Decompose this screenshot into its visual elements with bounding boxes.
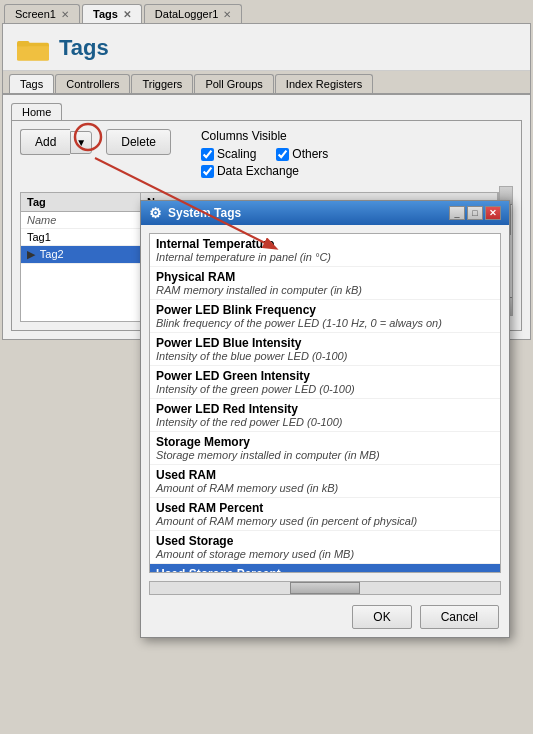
add-dropdown-button[interactable]: ▼ <box>70 131 92 154</box>
others-checkbox-label[interactable]: Others <box>276 147 328 161</box>
dialog-minimize-button[interactable]: _ <box>449 206 465 220</box>
list-item[interactable]: Used RAM Percent Amount of RAM memory us… <box>150 498 500 531</box>
list-item-name: Power LED Red Intensity <box>156 402 494 416</box>
list-item-selected[interactable]: Used Storage Percent Amount of storage m… <box>150 564 500 573</box>
list-item-desc: Intensity of the blue power LED (0-100) <box>156 350 494 362</box>
scaling-checkbox-label[interactable]: Scaling <box>201 147 256 161</box>
scaling-checkbox[interactable] <box>201 148 214 161</box>
list-item-name: Used Storage <box>156 534 494 548</box>
list-item[interactable]: Internal Temperature Internal temperatur… <box>150 234 500 267</box>
list-item-desc: Intensity of the green power LED (0-100) <box>156 383 494 395</box>
tab-screen1-label: Screen1 <box>15 8 56 20</box>
dataexchange-checkbox[interactable] <box>201 165 214 178</box>
list-item-desc: Intensity of the red power LED (0-100) <box>156 416 494 428</box>
list-item-name: Used Storage Percent <box>156 567 494 573</box>
dialog-titlebar: ⚙ System Tags _ □ ✕ <box>141 201 509 225</box>
list-item-desc: RAM memory installed in computer (in kB) <box>156 284 494 296</box>
list-item-name: Used RAM Percent <box>156 501 494 515</box>
system-tags-dialog: ⚙ System Tags _ □ ✕ Internal Temperature… <box>140 200 510 638</box>
tab-datalogger1-label: DataLogger1 <box>155 8 219 20</box>
dataexchange-checkbox-label[interactable]: Data Exchange <box>201 164 299 178</box>
list-item[interactable]: Power LED Green Intensity Intensity of t… <box>150 366 500 399</box>
tab-datalogger1[interactable]: DataLogger1 ✕ <box>144 4 243 23</box>
add-btn-group: Add ▼ <box>20 129 92 155</box>
subtab-triggers[interactable]: Triggers <box>131 74 193 93</box>
row-tag-tag2: ▶ Tag2 <box>21 246 141 263</box>
list-item[interactable]: Power LED Blue Intensity Intensity of th… <box>150 333 500 366</box>
svg-rect-2 <box>17 41 29 46</box>
toolbar-row: Add ▼ Delete Columns Visible <box>20 129 513 178</box>
subtab-pollgroups[interactable]: Poll Groups <box>194 74 273 93</box>
list-item[interactable]: Storage Memory Storage memory installed … <box>150 432 500 465</box>
tab-tags-close[interactable]: ✕ <box>123 9 131 20</box>
subtab-indexregisters[interactable]: Index Registers <box>275 74 373 93</box>
checkbox-row-2: Data Exchange <box>201 164 328 178</box>
list-item-desc: Internal temperature in panel (in °C) <box>156 251 494 263</box>
list-item[interactable]: Physical RAM RAM memory installed in com… <box>150 267 500 300</box>
window-tab-bar: Screen1 ✕ Tags ✕ DataLogger1 ✕ <box>0 0 533 23</box>
list-item[interactable]: Power LED Red Intensity Intensity of the… <box>150 399 500 432</box>
others-checkbox[interactable] <box>276 148 289 161</box>
sub-tabs: Tags Controllers Triggers Poll Groups In… <box>3 71 530 95</box>
subtab-tags[interactable]: Tags <box>9 74 54 93</box>
scaling-label: Scaling <box>217 147 256 161</box>
list-item-name: Power LED Blue Intensity <box>156 336 494 350</box>
subtab-controllers[interactable]: Controllers <box>55 74 130 93</box>
row-arrow-icon: ▶ <box>27 248 35 261</box>
columns-visible-section: Columns Visible Scaling Others <box>201 129 328 178</box>
list-item-desc: Storage memory installed in computer (in… <box>156 449 494 461</box>
list-item-desc: Amount of RAM memory used (in kB) <box>156 482 494 494</box>
dialog-hscroll-thumb <box>290 582 360 594</box>
page-header: Tags <box>3 24 530 71</box>
tab-tags-label: Tags <box>93 8 118 20</box>
list-item-name: Power LED Blink Frequency <box>156 303 494 317</box>
list-item-name: Storage Memory <box>156 435 494 449</box>
dialog-list[interactable]: Internal Temperature Internal temperatur… <box>149 233 501 573</box>
row-tag-name: Name <box>21 212 141 228</box>
col-tag: Tag <box>21 193 141 211</box>
list-item-name: Internal Temperature <box>156 237 494 251</box>
dialog-maximize-button[interactable]: □ <box>467 206 483 220</box>
ok-button[interactable]: OK <box>352 605 411 629</box>
dialog-footer: OK Cancel <box>141 599 509 637</box>
dialog-horizontal-scrollbar[interactable] <box>149 581 501 595</box>
svg-rect-1 <box>17 46 49 60</box>
tab-tags[interactable]: Tags ✕ <box>82 4 142 23</box>
list-item[interactable]: Power LED Blink Frequency Blink frequenc… <box>150 300 500 333</box>
row-tag-tag1: Tag1 <box>21 229 141 245</box>
dialog-controls: _ □ ✕ <box>449 206 501 220</box>
tab-datalogger1-close[interactable]: ✕ <box>223 9 231 20</box>
others-label: Others <box>292 147 328 161</box>
tab-screen1-close[interactable]: ✕ <box>61 9 69 20</box>
dataexchange-label: Data Exchange <box>217 164 299 178</box>
delete-button[interactable]: Delete <box>106 129 171 155</box>
list-item-name: Used RAM <box>156 468 494 482</box>
list-item-name: Power LED Green Intensity <box>156 369 494 383</box>
folder-icon <box>17 34 49 62</box>
cancel-button[interactable]: Cancel <box>420 605 499 629</box>
dialog-icon: ⚙ <box>149 205 162 221</box>
dialog-close-button[interactable]: ✕ <box>485 206 501 220</box>
dialog-title: System Tags <box>168 206 241 220</box>
checkbox-row-1: Scaling Others <box>201 147 328 161</box>
list-item-name: Physical RAM <box>156 270 494 284</box>
list-item-desc: Amount of storage memory used (in MB) <box>156 548 494 560</box>
page-title: Tags <box>59 35 109 61</box>
list-item-desc: Amount of RAM memory used (in percent of… <box>156 515 494 527</box>
columns-visible-title: Columns Visible <box>201 129 328 143</box>
list-item[interactable]: Used RAM Amount of RAM memory used (in k… <box>150 465 500 498</box>
list-item[interactable]: Used Storage Amount of storage memory us… <box>150 531 500 564</box>
tab-screen1[interactable]: Screen1 ✕ <box>4 4 80 23</box>
inner-tab-home[interactable]: Home <box>11 103 62 120</box>
list-item-desc: Blink frequency of the power LED (1-10 H… <box>156 317 494 329</box>
add-button[interactable]: Add <box>20 129 70 155</box>
